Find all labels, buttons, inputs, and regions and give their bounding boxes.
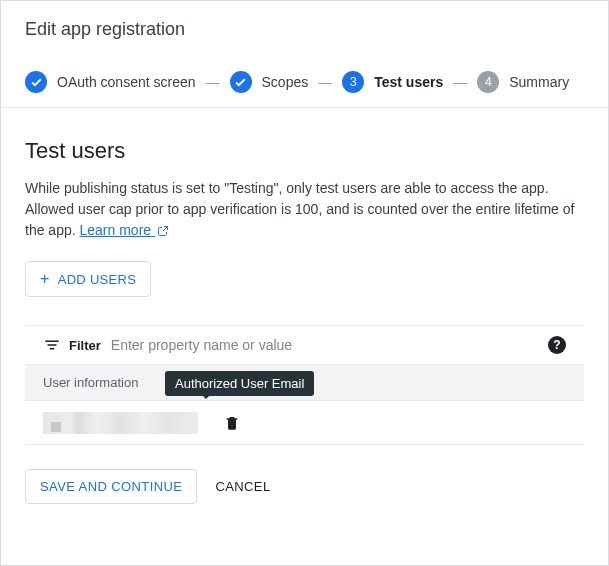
table-header: User information Authorized User Email	[25, 364, 584, 401]
stepper: OAuth consent screen — Scopes — 3 Test u…	[1, 57, 608, 108]
trash-icon	[224, 414, 240, 432]
step-scopes[interactable]: Scopes	[230, 71, 309, 93]
page-title: Edit app registration	[1, 1, 608, 57]
step-summary[interactable]: 4 Summary	[477, 71, 569, 93]
step-label: OAuth consent screen	[57, 74, 196, 90]
step-test-users[interactable]: 3 Test users	[342, 71, 443, 93]
filter-input[interactable]	[111, 337, 548, 353]
check-icon	[25, 71, 47, 93]
help-icon[interactable]: ?	[548, 336, 566, 354]
learn-more-text: Learn more	[80, 222, 152, 238]
table-row	[25, 401, 584, 445]
cancel-button[interactable]: CANCEL	[215, 479, 270, 494]
user-email-redacted	[43, 412, 198, 434]
filter-label: Filter	[69, 338, 101, 353]
footer-buttons: SAVE AND CONTINUE CANCEL	[1, 445, 608, 528]
external-link-icon	[157, 225, 169, 237]
step-separator: —	[453, 74, 467, 90]
step-oauth-consent[interactable]: OAuth consent screen	[25, 71, 196, 93]
section-title: Test users	[25, 138, 584, 164]
save-and-continue-button[interactable]: SAVE AND CONTINUE	[25, 469, 197, 504]
filter-icon	[43, 336, 61, 354]
add-users-label: ADD USERS	[58, 272, 137, 287]
step-separator: —	[206, 74, 220, 90]
section-description: While publishing status is set to "Testi…	[25, 178, 584, 241]
filter-bar: Filter ?	[25, 325, 584, 364]
step-label: Scopes	[262, 74, 309, 90]
step-label: Summary	[509, 74, 569, 90]
content-area: Test users While publishing status is se…	[1, 108, 608, 445]
tooltip: Authorized User Email	[165, 371, 314, 396]
step-separator: —	[318, 74, 332, 90]
add-users-button[interactable]: + ADD USERS	[25, 261, 151, 297]
learn-more-link[interactable]: Learn more	[80, 222, 169, 238]
table-header-label: User information	[43, 375, 138, 390]
step-number-icon: 4	[477, 71, 499, 93]
app-registration-panel: Edit app registration OAuth consent scre…	[0, 0, 609, 566]
plus-icon: +	[40, 270, 50, 288]
check-icon	[230, 71, 252, 93]
delete-user-button[interactable]	[224, 413, 242, 433]
step-label: Test users	[374, 74, 443, 90]
step-number-icon: 3	[342, 71, 364, 93]
